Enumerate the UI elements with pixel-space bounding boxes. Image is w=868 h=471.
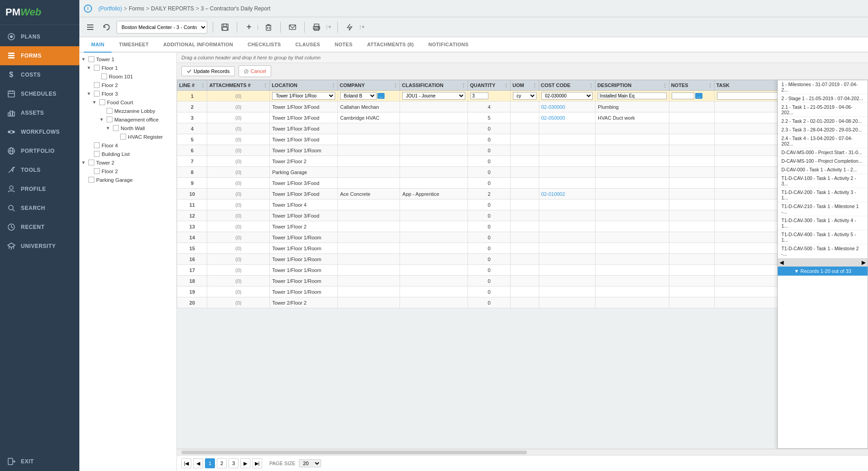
cell-uom-1[interactable]: cy bbox=[511, 91, 539, 102]
sidebar-item-workflows[interactable]: WORKFLOWS bbox=[0, 122, 79, 141]
sort-classification[interactable]: ⋮ bbox=[461, 83, 466, 88]
tab-notifications[interactable]: NOTIFICATIONS bbox=[421, 37, 476, 53]
tab-notes[interactable]: NOTES bbox=[327, 37, 360, 53]
task-panel-item[interactable]: 2.2 - Task 2 - 02-01-2020 - 04-08-20... bbox=[778, 117, 868, 126]
sort-company[interactable]: ⋮ bbox=[393, 83, 398, 88]
task-panel-item[interactable]: 2.1 - Task 1 - 21-05-2019 - 04-06-202... bbox=[778, 103, 868, 117]
sort-attach[interactable]: ⋮ bbox=[263, 83, 268, 88]
info-icon[interactable]: i bbox=[84, 5, 92, 13]
project-selector[interactable]: Boston Medical Center - 3 - Contrac bbox=[117, 21, 207, 34]
task-panel-item[interactable]: T1-D-CAV-200 - Task 1 - Activity 3 - 1..… bbox=[778, 188, 868, 202]
horizontal-scrollbar[interactable] bbox=[177, 449, 868, 455]
page-last-button[interactable]: ▶| bbox=[252, 458, 262, 468]
cell-notes-1[interactable]: ... bbox=[669, 91, 714, 102]
task-panel-item[interactable]: T1-D-CAV-300 - Task 1 - Activity 4 - 1..… bbox=[778, 216, 868, 230]
tab-attachments[interactable]: ATTACHMENTS (8) bbox=[360, 37, 421, 53]
tree-item-floor3[interactable]: ▼ Floor 3 bbox=[79, 89, 176, 98]
page-first-button[interactable]: |◀ bbox=[181, 458, 191, 468]
portfolio-link[interactable]: (Portfolio) bbox=[98, 5, 122, 12]
sidebar-item-portfolio[interactable]: PORTFOLIO bbox=[0, 141, 79, 160]
page-3-button[interactable]: 3 bbox=[229, 458, 239, 468]
sort-description[interactable]: ⋮ bbox=[663, 83, 667, 88]
page-next-button[interactable]: ▶ bbox=[240, 458, 250, 468]
task-panel-item[interactable]: T1-D-CAV-400 - Task 1 - Activity 5 - 1..… bbox=[778, 230, 868, 244]
tree-checkbox-t2floor2[interactable] bbox=[94, 168, 100, 174]
update-records-button[interactable]: Update Records bbox=[181, 66, 235, 76]
task-panel-item[interactable]: D-CAV-MS-000 - Project Start - 31-0... bbox=[778, 148, 868, 157]
task-panel-item[interactable]: T1-D-CAV-100 - Task 1 - Activity 2 - 3..… bbox=[778, 174, 868, 188]
sort-notes[interactable]: ⋮ bbox=[708, 83, 712, 88]
task-panel-item[interactable]: 1 - Milestones - 31-07-2019 - 07-04-2... bbox=[778, 80, 868, 94]
page-2-button[interactable]: 2 bbox=[217, 458, 227, 468]
cancel-button[interactable]: ⊘ Cancel bbox=[239, 65, 271, 77]
page-size-select[interactable]: 20 50 100 bbox=[299, 459, 321, 467]
sidebar-item-exit[interactable]: EXIT bbox=[0, 452, 79, 471]
tree-checkbox-northwall[interactable] bbox=[113, 125, 119, 131]
tree-checkbox-room101[interactable] bbox=[101, 73, 107, 79]
tree-toggle-tower2[interactable]: ▼ bbox=[81, 160, 87, 165]
sidebar-item-forms[interactable]: FORMS bbox=[0, 46, 79, 65]
task-panel-item[interactable]: 2 - Stage 1 - 21-05-2019 - 07-04-202... bbox=[778, 94, 868, 103]
tree-item-hvac[interactable]: ▶ HVAC Register bbox=[79, 132, 176, 141]
sidebar-item-tools[interactable]: TOOLS bbox=[0, 160, 79, 180]
sidebar-item-university[interactable]: UNIVERSITY bbox=[0, 237, 79, 256]
tab-timesheet[interactable]: TIMESHEET bbox=[112, 37, 156, 53]
tree-item-floor2[interactable]: ▶ Floor 2 bbox=[79, 81, 176, 89]
tab-clauses[interactable]: CLAUSES bbox=[288, 37, 327, 53]
cell-location-1[interactable]: Tower 1/Floor 1/Roo bbox=[270, 91, 338, 102]
sidebar-item-costs[interactable]: $ COSTS bbox=[0, 65, 79, 84]
tree-checkbox-buildinglist[interactable] bbox=[94, 151, 100, 157]
col-header-attach[interactable]: ATTACHMENTS # ⋮ bbox=[207, 80, 270, 91]
col-header-uom[interactable]: UOM ⋮ bbox=[511, 80, 539, 91]
task-panel-scroll-nav[interactable]: ◀▶ bbox=[778, 258, 868, 267]
tree-toggle-tower1[interactable]: ▼ bbox=[81, 57, 87, 62]
sort-quantity[interactable]: ⋮ bbox=[504, 83, 508, 88]
tree-item-northwall[interactable]: ▼ North Wall bbox=[79, 124, 176, 132]
tree-checkbox-floor3[interactable] bbox=[94, 91, 100, 97]
sort-cost-code[interactable]: ⋮ bbox=[589, 83, 593, 88]
tree-toggle-floor1[interactable]: ▼ bbox=[87, 65, 92, 70]
tree-checkbox-parking[interactable] bbox=[88, 177, 94, 183]
cell-cost-1[interactable]: 02-030000 bbox=[539, 91, 595, 102]
sort-uom[interactable]: ⋮ bbox=[532, 83, 537, 88]
task-panel-item[interactable]: T1-D-CAV-500 - Task 1 - Milestone 2 -... bbox=[778, 244, 868, 258]
tree-item-tower1[interactable]: ▼ Tower 1 bbox=[79, 55, 176, 63]
tree-checkbox-hvac[interactable] bbox=[120, 134, 126, 140]
tree-checkbox-mezzanine[interactable] bbox=[107, 108, 112, 114]
tree-item-buildinglist[interactable]: ▶ Building List bbox=[79, 150, 176, 158]
page-1-button[interactable]: 1 bbox=[205, 458, 215, 468]
delete-button[interactable] bbox=[262, 21, 275, 34]
sidebar-item-search[interactable]: SEARCH bbox=[0, 199, 79, 218]
tree-item-t2floor2[interactable]: ▶ Floor 2 bbox=[79, 167, 176, 175]
add-button[interactable]: + bbox=[243, 21, 255, 34]
tree-checkbox-foodcourt[interactable] bbox=[99, 99, 105, 105]
print-button[interactable] bbox=[310, 21, 323, 34]
notes-more-btn[interactable]: ... bbox=[695, 93, 702, 99]
save-button[interactable] bbox=[219, 21, 231, 34]
tree-toggle-foodcourt[interactable]: ▼ bbox=[92, 100, 98, 105]
tree-checkbox-management[interactable] bbox=[107, 117, 112, 122]
tree-checkbox-tower1[interactable] bbox=[88, 56, 94, 62]
tree-toggle-floor3[interactable]: ▼ bbox=[87, 91, 92, 96]
sidebar-item-recent[interactable]: RECENT bbox=[0, 218, 79, 237]
table-container[interactable]: LINE # ⋮ ATTACHMENTS # ⋮ bbox=[177, 80, 868, 449]
col-header-cost-code[interactable]: COST CODE ⋮ bbox=[539, 80, 595, 91]
task-panel-item[interactable]: 2.4 - Task 4 - 13-04-2020 - 07-04-202... bbox=[778, 134, 868, 148]
tree-toggle-northwall[interactable]: ▼ bbox=[106, 126, 111, 131]
tree-item-foodcourt[interactable]: ▼ Food Court bbox=[79, 98, 176, 107]
page-prev-button[interactable]: ◀ bbox=[193, 458, 203, 468]
undo-button[interactable] bbox=[100, 21, 113, 34]
sort-location[interactable]: ⋮ bbox=[331, 83, 336, 88]
tree-item-floor1[interactable]: ▼ Floor 1 bbox=[79, 63, 176, 72]
sidebar-item-schedules[interactable]: SCHEDULES bbox=[0, 84, 79, 103]
tree-item-management[interactable]: ▼ Management office bbox=[79, 115, 176, 124]
col-header-classification[interactable]: CLASSIFICATION ⋮ bbox=[400, 80, 468, 91]
tab-main[interactable]: MAIN bbox=[84, 37, 112, 53]
col-header-company[interactable]: COMPANY ⋮ bbox=[337, 80, 400, 91]
col-header-description[interactable]: DESCRIPTION ⋮ bbox=[595, 80, 669, 91]
cell-company-1[interactable]: Boland B... bbox=[337, 91, 400, 102]
cell-desc-1[interactable] bbox=[595, 91, 669, 102]
task-panel-item[interactable]: T1-D-CAV-210 - Task 1 - Milestone 1 -... bbox=[778, 202, 868, 216]
col-header-line[interactable]: LINE # ⋮ bbox=[177, 80, 207, 91]
tab-additional[interactable]: ADDITIONAL INFORMATION bbox=[156, 37, 240, 53]
